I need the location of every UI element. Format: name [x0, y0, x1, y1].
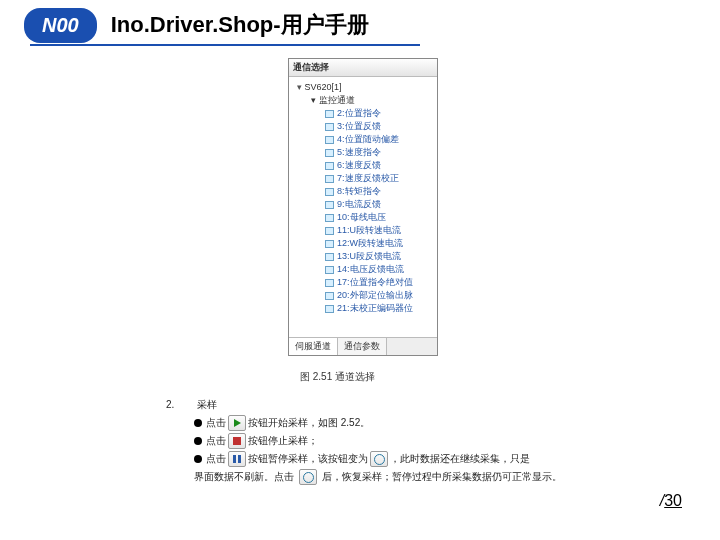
tree-root[interactable]: SV620[1] ▾ 监控通道 2:位置指令3:位置反馈4:位置随动偏差5:速度… — [297, 81, 435, 315]
step-number: 2. — [166, 396, 194, 414]
checkbox-icon[interactable] — [325, 292, 334, 300]
tree-leaf[interactable]: 9:电流反馈 — [325, 198, 435, 211]
checkbox-icon[interactable] — [325, 175, 334, 183]
page-number: /30 — [660, 492, 682, 510]
title-rule-left — [30, 44, 120, 46]
tree-leaf[interactable]: 13:U段反馈电流 — [325, 250, 435, 263]
resume-icon[interactable] — [299, 469, 317, 485]
tree-device[interactable]: SV620[1] — [297, 81, 435, 94]
checkbox-icon[interactable] — [325, 227, 334, 235]
tree-leaf-label: 7:速度反馈校正 — [337, 173, 399, 183]
pause-icon[interactable] — [228, 451, 246, 467]
tree-group[interactable]: ▾ 监控通道 — [311, 94, 435, 107]
tree-leaf[interactable]: 10:母线电压 — [325, 211, 435, 224]
checkbox-icon[interactable] — [325, 201, 334, 209]
tree-leaf[interactable]: 6:速度反馈 — [325, 159, 435, 172]
step-line: 点击按钮停止采样； — [194, 432, 586, 450]
step-line: 点击按钮开始采样，如图 2.52。 — [194, 414, 586, 432]
tree-leaf-label: 20:外部定位输出脉 — [337, 290, 413, 300]
resume-icon[interactable] — [370, 451, 388, 467]
tree-leaf-label: 10:母线电压 — [337, 212, 386, 222]
tab-comm-param[interactable]: 通信参数 — [338, 338, 387, 355]
step-line: 点击按钮暂停采样，该按钮变为，此时数据还在继续采集，只是 — [194, 450, 586, 468]
tree-leaf-label: 2:位置指令 — [337, 108, 381, 118]
tree-leaf[interactable]: 3:位置反馈 — [325, 120, 435, 133]
title-rule — [120, 44, 420, 46]
tree-leaf-label: 13:U段反馈电流 — [337, 251, 401, 261]
tree-leaf[interactable]: 8:转矩指令 — [325, 185, 435, 198]
tree-leaf-label: 14:电压反馈电流 — [337, 264, 404, 274]
tree-leaf-label: 11:U段转速电流 — [337, 225, 401, 235]
tree-leaf[interactable]: 11:U段转速电流 — [325, 224, 435, 237]
page-title: Ino.Driver.Shop-用户手册 — [111, 10, 369, 40]
checkbox-icon[interactable] — [325, 253, 334, 261]
panel-tabs: 伺服通道 通信参数 — [289, 337, 437, 355]
panel-body: SV620[1] ▾ 监控通道 2:位置指令3:位置反馈4:位置随动偏差5:速度… — [289, 77, 437, 337]
panel-title: 通信选择 — [289, 59, 437, 77]
bullet-icon — [194, 437, 202, 445]
checkbox-icon[interactable] — [325, 188, 334, 196]
tree-leaf[interactable]: 21:未校正编码器位 — [325, 302, 435, 315]
tree-leaf[interactable]: 5:速度指令 — [325, 146, 435, 159]
step-label: 采样 — [197, 399, 217, 410]
stop-icon[interactable] — [228, 433, 246, 449]
tree-leaf-label: 3:位置反馈 — [337, 121, 381, 131]
tab-servo-channel[interactable]: 伺服通道 — [289, 338, 338, 355]
channel-panel: 通信选择 SV620[1] ▾ 监控通道 2:位置指令3:位置反馈4:位置随动偏… — [288, 58, 438, 356]
checkbox-icon[interactable] — [325, 279, 334, 287]
tree-leaf[interactable]: 17:位置指令绝对值 — [325, 276, 435, 289]
tree-leaf-label: 8:转矩指令 — [337, 186, 381, 196]
tree-leaf[interactable]: 12:W段转速电流 — [325, 237, 435, 250]
checkbox-icon[interactable] — [325, 123, 334, 131]
tree-leaf[interactable]: 20:外部定位输出脉 — [325, 289, 435, 302]
tree-leaf-label: 17:位置指令绝对值 — [337, 277, 413, 287]
step-tail: 界面数据不刷新。点击 后，恢复采样；暂停过程中所采集数据仍可正常显示。 — [194, 468, 586, 486]
tree-leaf[interactable]: 4:位置随动偏差 — [325, 133, 435, 146]
checkbox-icon[interactable] — [325, 149, 334, 157]
checkbox-icon[interactable] — [325, 266, 334, 274]
checkbox-icon[interactable] — [325, 110, 334, 118]
checkbox-icon[interactable] — [325, 162, 334, 170]
brand-logo: N00 — [24, 8, 97, 43]
bullet-icon — [194, 455, 202, 463]
checkbox-icon[interactable] — [325, 136, 334, 144]
checkbox-icon[interactable] — [325, 305, 334, 313]
play-icon[interactable] — [228, 415, 246, 431]
tree-leaf[interactable]: 2:位置指令 — [325, 107, 435, 120]
checkbox-icon[interactable] — [325, 214, 334, 222]
bullet-icon — [194, 419, 202, 427]
tree-leaf-label: 12:W段转速电流 — [337, 238, 403, 248]
tree-leaf-label: 5:速度指令 — [337, 147, 381, 157]
tree-leaf[interactable]: 14:电压反馈电流 — [325, 263, 435, 276]
tree-leaf-label: 9:电流反馈 — [337, 199, 381, 209]
figure-caption: 图 2.51 通道选择 — [300, 370, 375, 384]
tree-leaf[interactable]: 7:速度反馈校正 — [325, 172, 435, 185]
tree-leaf-label: 21:未校正编码器位 — [337, 303, 413, 313]
checkbox-icon[interactable] — [325, 240, 334, 248]
tree-leaf-label: 4:位置随动偏差 — [337, 134, 399, 144]
tree-leaf-label: 6:速度反馈 — [337, 160, 381, 170]
instruction-block: 2. 采样 点击按钮开始采样，如图 2.52。点击按钮停止采样；点击按钮暂停采样… — [166, 396, 586, 486]
